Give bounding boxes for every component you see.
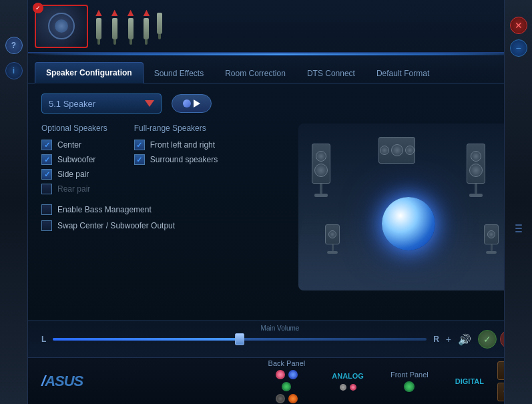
- spk-driver-rl: [328, 230, 336, 238]
- volume-left-label: L: [41, 335, 46, 344]
- volume-plus-icon: +: [446, 334, 451, 345]
- connector-blue-top[interactable]: [288, 370, 298, 379]
- app-container: ? i ✓ ▲ ▲ ▲: [0, 0, 532, 404]
- play-indicator: [183, 99, 191, 108]
- spk-front-right: [467, 144, 485, 197]
- main-speaker-icon[interactable]: ✓: [35, 5, 88, 48]
- question-button[interactable]: ?: [5, 37, 23, 54]
- plug-shaft-2: [112, 18, 117, 39]
- right-sidebar: ✕ −: [504, 0, 532, 404]
- spk-stand-fr: [475, 184, 477, 194]
- fullrange-speakers-header: Full-range Speakers: [134, 124, 218, 133]
- plug-tip-3: [129, 39, 132, 45]
- volume-slider-fill: [53, 338, 240, 341]
- front-panel-connector[interactable]: [404, 381, 415, 392]
- handle-line-2: [515, 228, 522, 229]
- back-panel-connectors-row3: [276, 394, 298, 403]
- checkbox-surround[interactable]: ✓ Surround speakers: [134, 154, 218, 165]
- tab-speaker-config[interactable]: Speaker Configuration: [35, 62, 144, 83]
- spk-base-rl: [327, 251, 338, 254]
- minimize-button[interactable]: −: [510, 39, 527, 57]
- volume-slider-track[interactable]: [53, 338, 427, 341]
- optional-speakers-header: Optional Speakers: [41, 124, 107, 133]
- connector-green[interactable]: [282, 382, 291, 391]
- connector-orange[interactable]: [288, 394, 298, 403]
- volume-right-label: R: [433, 335, 439, 344]
- arrow-up-icon-3: ▲: [125, 7, 136, 18]
- plug-shaft-3: [128, 18, 134, 39]
- volume-slider-thumb[interactable]: [235, 333, 244, 345]
- tab-dts-connect[interactable]: DTS Connect: [296, 63, 366, 83]
- close-button[interactable]: ✕: [510, 17, 527, 34]
- tab-room-correction[interactable]: Room Correction: [214, 63, 296, 83]
- left-sidebar: ? i: [0, 0, 28, 404]
- label-rear-pair: Rear pair: [57, 184, 90, 194]
- checkbox-swap-center-box: [41, 220, 52, 231]
- speaker-selector-row: 5.1 Speaker: [41, 93, 519, 114]
- fullrange-speakers-col: Full-range Speakers ✓ Front left and rig…: [134, 124, 218, 194]
- spk-base-fr: [469, 194, 483, 197]
- arrow-up-icon-1: ▲: [93, 7, 104, 18]
- handle-line-1: [515, 224, 522, 226]
- spk-body-center: [378, 137, 415, 164]
- analog-label: ANALOG: [332, 372, 364, 380]
- plug-tip-5: [158, 34, 161, 39]
- spk-driver-fl-bot: [314, 164, 328, 177]
- arrow-up-icon-2: ▲: [109, 7, 120, 18]
- checkbox-center[interactable]: ✓ Center: [41, 140, 107, 150]
- tab-bar: Speaker Configuration Sound Effects Room…: [28, 55, 532, 83]
- asus-logo: /ASUS: [41, 373, 83, 390]
- volume-label: Main Volume: [261, 325, 300, 332]
- speaker-circle: [48, 13, 75, 39]
- label-surround: Surround speakers: [150, 155, 218, 164]
- panel-section: Back Panel ANALOG: [268, 359, 484, 403]
- checkbox-bass-mgmt-box: [41, 204, 52, 215]
- speaker-dropdown[interactable]: 5.1 Speaker: [41, 93, 162, 114]
- tab-default-format[interactable]: Default Format: [366, 63, 440, 83]
- speaker-inner: [55, 19, 68, 33]
- play-button[interactable]: [172, 94, 212, 113]
- checkbox-side-pair[interactable]: ✓ Side pair: [41, 169, 107, 180]
- label-bass-mgmt: Enable Bass Management: [57, 205, 152, 214]
- checkbox-side-pair-box: ✓: [41, 169, 52, 180]
- top-bar: ✓ ▲ ▲ ▲ ▲: [28, 0, 532, 53]
- bottom-bar: /ASUS Back Panel: [28, 357, 532, 404]
- label-front-lr: Front left and right: [150, 140, 215, 150]
- analog-label-container: ANALOG: [332, 372, 364, 391]
- info-button[interactable]: i: [5, 62, 23, 79]
- speaker-visualization: [298, 124, 519, 290]
- front-panel-group: Front Panel: [390, 371, 429, 392]
- spk-body-rr: [484, 224, 499, 244]
- dropdown-arrow-icon: [145, 100, 154, 107]
- spk-rear-right: [484, 224, 499, 254]
- spk-driver-fr-top: [471, 151, 481, 162]
- digital-label-container: DIGITAL: [455, 377, 484, 385]
- spk-driver-c1: [380, 146, 389, 155]
- checkbox-rear-pair[interactable]: Rear pair: [41, 184, 107, 194]
- volume-section: Main Volume L R + 🔊 ✓ ✕: [28, 321, 532, 357]
- plug-icon-3: ▲: [125, 7, 136, 45]
- plug-shaft-1: [96, 18, 101, 39]
- volume-confirm-button[interactable]: ✓: [478, 330, 497, 349]
- small-conn-1[interactable]: [340, 384, 346, 391]
- checkbox-front-lr[interactable]: ✓ Front left and right: [134, 140, 218, 150]
- small-conn-2[interactable]: [350, 384, 356, 391]
- spk-driver-rr: [487, 230, 495, 238]
- checkbox-subwoofer[interactable]: ✓ Subwoofer: [41, 154, 107, 165]
- handle-line-3: [515, 231, 522, 232]
- spk-driver-fr-bot: [469, 164, 483, 177]
- connector-pink-top[interactable]: [276, 370, 285, 379]
- plug-tip-1: [97, 39, 100, 45]
- spk-stand-fl: [320, 184, 322, 194]
- scroll-handle: [515, 224, 522, 232]
- tab-sound-effects[interactable]: Sound Effects: [144, 63, 215, 83]
- optional-speakers-col: Optional Speakers ✓ Center ✓ Subwoofer ✓…: [41, 124, 107, 194]
- spk-body-rl: [325, 224, 340, 244]
- back-panel-connectors: [276, 370, 298, 379]
- spk-rear-left: [325, 224, 340, 254]
- volume-speaker-icon: 🔊: [458, 333, 471, 346]
- back-panel-group: Back Panel: [268, 359, 306, 403]
- connector-black[interactable]: [276, 394, 285, 403]
- spk-base-fl: [314, 194, 328, 197]
- small-connectors: [340, 384, 356, 391]
